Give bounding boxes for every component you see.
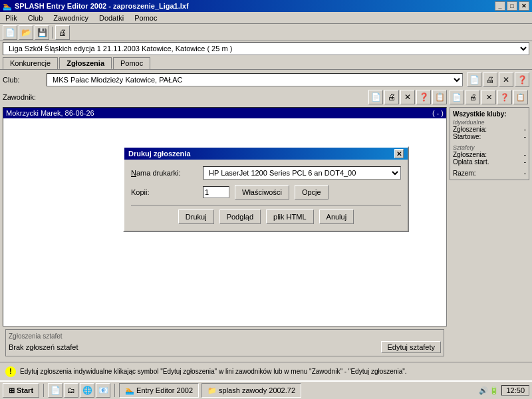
preview-button[interactable]: Podgląd [219, 209, 261, 224]
printer-row: Nama drukarki: HP LaserJet 1200 Series P… [131, 166, 401, 180]
printer-label-underline: N [131, 169, 136, 177]
dialog-title-bar: Drukuj zgłoszenia ✕ [124, 148, 408, 160]
dialog-body: Nama drukarki: HP LaserJet 1200 Series P… [124, 160, 408, 231]
properties-button[interactable]: Właściwości [235, 185, 289, 200]
copies-label: Kopii: [131, 188, 198, 196]
printer-label: Nama drukarki: [131, 169, 198, 177]
dialog-title-text: Drukuj zgłoszenia [128, 150, 191, 158]
html-button[interactable]: plik HTML [266, 209, 314, 224]
print-button[interactable]: Drukuj [178, 209, 214, 224]
print-dialog: Drukuj zgłoszenia ✕ Nama drukarki: HP La… [123, 146, 409, 232]
dialog-buttons: Drukuj Podgląd plik HTML Anuluj [131, 209, 401, 224]
printer-select[interactable]: HP LaserJet 1200 Series PCL 6 an DOT4_00 [203, 166, 401, 180]
options-button[interactable]: Opcje [295, 185, 329, 200]
dialog-close-button[interactable]: ✕ [394, 149, 404, 158]
copies-input[interactable] [203, 186, 229, 198]
dialog-overlay: Drukuj zgłoszenia ✕ Nama drukarki: HP La… [0, 0, 532, 399]
copies-row: Kopii: Właściwości Opcje [131, 185, 401, 200]
cancel-button[interactable]: Anuluj [319, 209, 354, 224]
